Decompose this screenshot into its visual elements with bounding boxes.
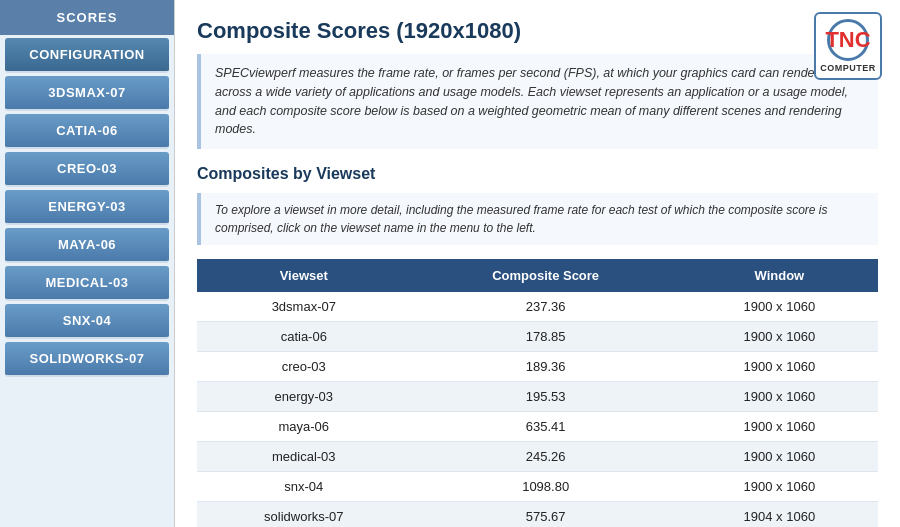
table-row: snx-041098.801900 x 1060 bbox=[197, 472, 878, 502]
table-row: medical-03245.261900 x 1060 bbox=[197, 442, 878, 472]
composites-heading: Composites by Viewset bbox=[197, 165, 878, 183]
info-text: To explore a viewset in more detail, inc… bbox=[215, 203, 828, 235]
page-title: Composite Scores (1920x1080) bbox=[197, 18, 793, 44]
table-row: catia-06178.851900 x 1060 bbox=[197, 322, 878, 352]
sidebar-items: CONFIGURATION3DSMAX-07CATIA-06CREO-03ENE… bbox=[0, 38, 174, 377]
cell-score: 1098.80 bbox=[411, 472, 681, 502]
logo-ring: TNC bbox=[827, 19, 869, 61]
logo: TNC COMPUTER bbox=[814, 12, 882, 80]
cell-viewset: catia-06 bbox=[197, 322, 411, 352]
sidebar-item-3dsmax-07[interactable]: 3DSMAX-07 bbox=[5, 76, 169, 111]
table-row: creo-03189.361900 x 1060 bbox=[197, 352, 878, 382]
table-row: 3dsmax-07237.361900 x 1060 bbox=[197, 292, 878, 322]
cell-window: 1900 x 1060 bbox=[681, 442, 878, 472]
cell-viewset: energy-03 bbox=[197, 382, 411, 412]
sidebar-item-solidworks-07[interactable]: SOLIDWORKS-07 bbox=[5, 342, 169, 377]
cell-window: 1900 x 1060 bbox=[681, 472, 878, 502]
sidebar: SCORES CONFIGURATION3DSMAX-07CATIA-06CRE… bbox=[0, 0, 175, 527]
cell-score: 237.36 bbox=[411, 292, 681, 322]
cell-window: 1900 x 1060 bbox=[681, 322, 878, 352]
scores-table: Viewset Composite Score Window 3dsmax-07… bbox=[197, 259, 878, 527]
sidebar-item-snx-04[interactable]: SNX-04 bbox=[5, 304, 169, 339]
col-window: Window bbox=[681, 259, 878, 292]
table-row: energy-03195.531900 x 1060 bbox=[197, 382, 878, 412]
cell-viewset: maya-06 bbox=[197, 412, 411, 442]
table-row: solidworks-07575.671904 x 1060 bbox=[197, 502, 878, 528]
cell-viewset: creo-03 bbox=[197, 352, 411, 382]
sidebar-item-energy-03[interactable]: ENERGY-03 bbox=[5, 190, 169, 225]
col-score: Composite Score bbox=[411, 259, 681, 292]
main-content: TNC COMPUTER Composite Scores (1920x1080… bbox=[175, 0, 900, 527]
cell-score: 245.26 bbox=[411, 442, 681, 472]
cell-viewset: medical-03 bbox=[197, 442, 411, 472]
logo-text: TNC bbox=[825, 29, 870, 51]
sidebar-item-medical-03[interactable]: MEDICAL-03 bbox=[5, 266, 169, 301]
cell-window: 1900 x 1060 bbox=[681, 352, 878, 382]
table-body: 3dsmax-07237.361900 x 1060catia-06178.85… bbox=[197, 292, 878, 527]
table-row: maya-06635.411900 x 1060 bbox=[197, 412, 878, 442]
cell-window: 1900 x 1060 bbox=[681, 292, 878, 322]
col-viewset: Viewset bbox=[197, 259, 411, 292]
info-box: To explore a viewset in more detail, inc… bbox=[197, 193, 878, 245]
description-box: SPECviewperf measures the frame rate, or… bbox=[197, 54, 878, 149]
cell-score: 178.85 bbox=[411, 322, 681, 352]
sidebar-item-catia-06[interactable]: CATIA-06 bbox=[5, 114, 169, 149]
cell-viewset: solidworks-07 bbox=[197, 502, 411, 528]
sidebar-header: SCORES bbox=[0, 0, 174, 35]
cell-score: 635.41 bbox=[411, 412, 681, 442]
description-text: SPECviewperf measures the frame rate, or… bbox=[215, 66, 862, 136]
cell-window: 1900 x 1060 bbox=[681, 412, 878, 442]
sidebar-item-maya-06[interactable]: MAYA-06 bbox=[5, 228, 169, 263]
cell-score: 195.53 bbox=[411, 382, 681, 412]
table-header-row: Viewset Composite Score Window bbox=[197, 259, 878, 292]
cell-window: 1904 x 1060 bbox=[681, 502, 878, 528]
sidebar-item-configuration[interactable]: CONFIGURATION bbox=[5, 38, 169, 73]
cell-score: 189.36 bbox=[411, 352, 681, 382]
cell-viewset: 3dsmax-07 bbox=[197, 292, 411, 322]
cell-window: 1900 x 1060 bbox=[681, 382, 878, 412]
sidebar-item-creo-03[interactable]: CREO-03 bbox=[5, 152, 169, 187]
cell-score: 575.67 bbox=[411, 502, 681, 528]
cell-viewset: snx-04 bbox=[197, 472, 411, 502]
logo-subtext: COMPUTER bbox=[820, 63, 876, 73]
table-header: Viewset Composite Score Window bbox=[197, 259, 878, 292]
